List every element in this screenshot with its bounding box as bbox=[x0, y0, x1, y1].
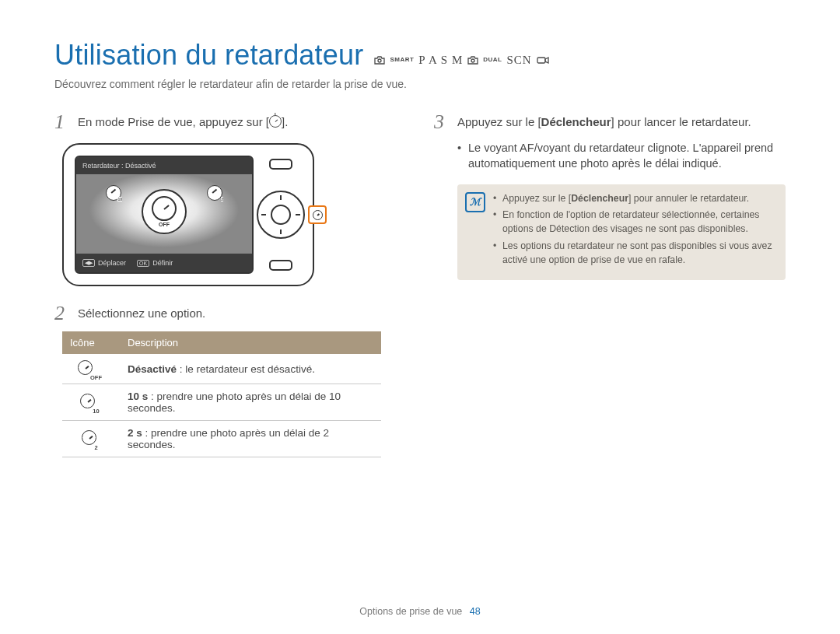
mode-pasm: P A S M bbox=[418, 54, 463, 67]
manual-page: Utilisation du retardateur SMART P A S M… bbox=[0, 0, 840, 634]
step3-bullets: Le voyant AF/voyant du retardateur clign… bbox=[457, 140, 786, 172]
step-1: 1 En mode Prise de vue, appuyez sur []. bbox=[54, 112, 406, 132]
th-icon: Icône bbox=[62, 331, 120, 354]
note-box: ℳ Appuyez sur le [Déclencheur] pour annu… bbox=[457, 184, 786, 280]
timer-off-icon bbox=[78, 360, 93, 375]
step-text: Sélectionnez une option. bbox=[78, 303, 205, 321]
timer-icon bbox=[269, 115, 282, 128]
th-desc: Description bbox=[120, 331, 381, 354]
table-header: Icône Description bbox=[62, 331, 381, 354]
timer-10s-icon bbox=[80, 394, 95, 408]
movie-icon bbox=[537, 56, 549, 65]
step1-post: ]. bbox=[282, 115, 288, 128]
note-list: Appuyez sur le [Déclencheur] pour annule… bbox=[493, 192, 775, 271]
step1-pre: En mode Prise de vue, appuyez sur [ bbox=[78, 115, 269, 128]
page-title: Utilisation du retardateur bbox=[54, 39, 363, 72]
right-column: 3 Appuyez sur le [Déclencheur] pour lanc… bbox=[434, 112, 786, 457]
info-icon: ℳ bbox=[465, 192, 485, 212]
footer-section: Options de prise de vue bbox=[359, 606, 462, 617]
page-footer: Options de prise de vue 48 bbox=[0, 606, 840, 617]
screen-status: Retardateur : Désactivé bbox=[76, 157, 252, 174]
cell-desc: 10 s : prendre une photo après un délai … bbox=[120, 384, 381, 421]
cell-icon: 2 bbox=[62, 421, 120, 457]
list-item: Le voyant AF/voyant du retardateur clign… bbox=[457, 140, 786, 172]
step-number: 2 bbox=[54, 303, 70, 324]
mode-scn: SCN bbox=[506, 54, 531, 67]
camera-icon bbox=[374, 56, 385, 65]
list-item: Les options du retardateur ne sont pas d… bbox=[493, 240, 775, 268]
step-number: 1 bbox=[54, 112, 70, 132]
step-text: En mode Prise de vue, appuyez sur []. bbox=[78, 112, 288, 130]
cell-icon: OFF bbox=[62, 354, 120, 384]
timer-button-highlight bbox=[308, 205, 327, 224]
screen-footer: ◀▶Déplacer OKDéfinir bbox=[76, 254, 252, 272]
camera-icon bbox=[467, 56, 478, 65]
table-row: 10 10 s : prendre une photo après un dél… bbox=[62, 384, 381, 421]
camera-screen: Retardateur : Désactivé 10 OFF 2 ◀▶Dépla… bbox=[75, 156, 254, 274]
left-column: 1 En mode Prise de vue, appuyez sur []. … bbox=[54, 112, 406, 457]
hint-move: ◀▶Déplacer bbox=[82, 259, 126, 267]
table-row: OFF Désactivé : le retardateur est désac… bbox=[62, 354, 381, 384]
camera-button-bottom bbox=[269, 260, 292, 271]
options-table: Icône Description OFF Désactivé : le ret… bbox=[62, 331, 381, 457]
step-2: 2 Sélectionnez une option. bbox=[54, 303, 406, 324]
option-off-icon: OFF bbox=[142, 189, 187, 234]
screen-preview: 10 OFF 2 bbox=[76, 174, 252, 254]
option-10s-icon: 10 bbox=[106, 185, 121, 201]
step-3: 3 Appuyez sur le [Déclencheur] pour lanc… bbox=[434, 112, 786, 132]
svg-point-1 bbox=[471, 59, 474, 62]
step-text: Appuyez sur le [Déclencheur] pour lancer… bbox=[457, 112, 751, 130]
mode-dual: DUAL bbox=[483, 56, 502, 63]
timer-2s-icon bbox=[82, 430, 96, 445]
title-line: Utilisation du retardateur SMART P A S M… bbox=[54, 39, 786, 72]
table-row: 2 2 s : prendre une photo après un délai… bbox=[62, 421, 381, 457]
footer-page-number: 48 bbox=[470, 606, 481, 617]
step-number: 3 bbox=[434, 112, 450, 132]
mode-smart: SMART bbox=[390, 56, 414, 63]
mode-indicators: SMART P A S M DUAL SCN bbox=[374, 54, 548, 67]
timer-icon bbox=[313, 210, 323, 220]
camera-button-top bbox=[269, 159, 292, 170]
camera-dpad bbox=[257, 191, 305, 239]
svg-point-0 bbox=[378, 59, 381, 62]
cell-desc: 2 s : prendre une photo après un délai d… bbox=[120, 421, 381, 457]
cell-icon: 10 bbox=[62, 384, 120, 421]
list-item: Appuyez sur le [Déclencheur] pour annule… bbox=[493, 192, 775, 206]
page-subtitle: Découvrez comment régler le retardateur … bbox=[54, 78, 786, 90]
camera-illustration: Retardateur : Désactivé 10 OFF 2 ◀▶Dépla… bbox=[62, 143, 314, 286]
cell-desc: Désactivé : le retardateur est désactivé… bbox=[120, 354, 381, 384]
list-item: En fonction de l'option de retardateur s… bbox=[493, 208, 775, 236]
hint-set: OKDéfinir bbox=[137, 259, 173, 267]
svg-rect-2 bbox=[537, 58, 545, 63]
option-2s-icon: 2 bbox=[207, 185, 222, 201]
